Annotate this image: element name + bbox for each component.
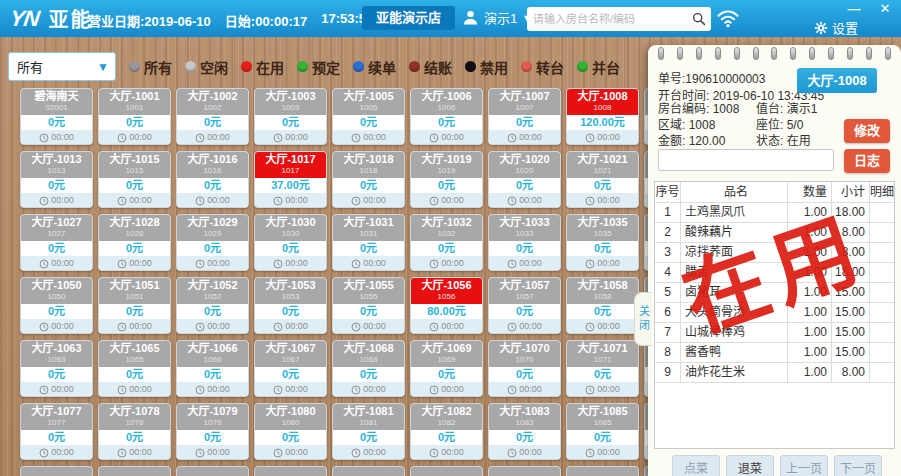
modify-button[interactable]: 修改 xyxy=(844,119,890,143)
table-card-name: 大厅-1085 xyxy=(567,405,638,418)
table-name-button[interactable]: 大厅-1008 xyxy=(797,68,877,93)
table-card-name: 大厅-1002 xyxy=(177,90,248,103)
table-card-header: 大厅-1033 1033 xyxy=(489,215,560,241)
item-detail xyxy=(870,203,894,222)
item-row[interactable]: 7 山城棒棒鸡 1.00 15.00 xyxy=(655,323,894,343)
table-card[interactable]: 大厅-1052 1052 0元 00:00 xyxy=(176,277,249,334)
item-row[interactable]: 9 油炸花生米 1.00 8.00 xyxy=(655,363,894,383)
table-card[interactable]: 大厅-1082 1082 0元 00:00 xyxy=(410,403,483,460)
table-card[interactable]: 大厅-1029 1029 0元 00:00 xyxy=(176,214,249,271)
table-card-time-value: 00:00 xyxy=(597,130,620,145)
table-card[interactable]: 大厅-1007 1007 0元 00:00 xyxy=(488,88,561,145)
store-badge[interactable]: 亚能演示店 xyxy=(362,6,455,30)
status-filter-option[interactable]: 所有 xyxy=(129,57,172,77)
table-card[interactable] xyxy=(566,466,639,476)
table-card[interactable]: 大厅-1058 1058 0元 00:00 xyxy=(566,277,639,334)
item-row[interactable]: 4 腊舌 1.00 18.00 xyxy=(655,263,894,283)
item-row[interactable]: 6 大头筒骨汤 1.00 15.00 xyxy=(655,303,894,323)
search-input[interactable] xyxy=(527,13,692,25)
settings-button[interactable]: 设置 xyxy=(814,18,858,37)
table-card[interactable] xyxy=(410,466,483,476)
table-card-time-value: 00:00 xyxy=(519,382,542,397)
table-card[interactable]: 大厅-1027 1027 0元 00:00 xyxy=(20,214,93,271)
table-card[interactable]: 大厅-1020 1020 0元 00:00 xyxy=(488,151,561,208)
table-card[interactable]: 大厅-1056 1056 80.00元 00:00 xyxy=(410,277,483,334)
table-card[interactable]: 大厅-1001 1001 0元 00:00 xyxy=(98,88,171,145)
panel-close-tab[interactable]: 关闭 xyxy=(634,292,652,346)
table-card[interactable]: 大厅-1057 1057 0元 00:00 xyxy=(488,277,561,334)
panel-footer-button[interactable]: 上一页 xyxy=(780,455,828,476)
item-row[interactable]: 3 凉拌荞面 1.00 8.00 xyxy=(655,243,894,263)
table-card[interactable]: 大厅-1006 1006 0元 00:00 xyxy=(410,88,483,145)
table-card[interactable] xyxy=(20,466,93,476)
table-card[interactable]: 大厅-1032 1032 0元 00:00 xyxy=(410,214,483,271)
table-card[interactable]: 大厅-1008 1008 120.00元 00:00 xyxy=(566,88,639,145)
panel-footer-button[interactable]: 点菜 xyxy=(672,455,720,476)
status-filter-option[interactable]: 转台 xyxy=(521,57,564,77)
table-card[interactable]: 大厅-1078 1078 0元 00:00 xyxy=(98,403,171,460)
panel-footer-button[interactable]: 下一页 xyxy=(834,455,882,476)
table-card[interactable]: 大厅-1015 1015 0元 00:00 xyxy=(98,151,171,208)
table-card[interactable]: 大厅-1080 1080 0元 00:00 xyxy=(254,403,327,460)
log-button[interactable]: 日志 xyxy=(844,149,890,173)
table-card[interactable] xyxy=(488,466,561,476)
item-row[interactable]: 2 酸辣藕片 1.00 8.00 xyxy=(655,223,894,243)
close-button[interactable]: ✕ xyxy=(876,1,894,16)
table-card[interactable]: 大厅-1053 1053 0元 00:00 xyxy=(254,277,327,334)
status-filter-option[interactable]: 续单 xyxy=(353,57,396,77)
user-menu[interactable]: 演示1 ▼ xyxy=(462,8,531,27)
table-card[interactable]: 大厅-1085 1085 0元 00:00 xyxy=(566,403,639,460)
table-card[interactable]: 大厅-1066 1066 0元 00:00 xyxy=(176,340,249,397)
table-card[interactable]: 大厅-1067 1067 0元 00:00 xyxy=(254,340,327,397)
table-card[interactable]: 大厅-1003 1003 0元 00:00 xyxy=(254,88,327,145)
table-card[interactable]: 大厅-1081 1081 0元 00:00 xyxy=(332,403,405,460)
note-input[interactable] xyxy=(658,149,834,171)
table-card[interactable]: 大厅-1079 1079 0元 00:00 xyxy=(176,403,249,460)
table-card[interactable] xyxy=(98,466,171,476)
minimize-button[interactable]: — xyxy=(845,1,863,16)
table-card[interactable]: 大厅-1065 1065 0元 00:00 xyxy=(98,340,171,397)
table-card-code: 1079 xyxy=(177,418,248,427)
table-card[interactable] xyxy=(254,466,327,476)
table-card[interactable]: 大厅-1069 1069 0元 00:00 xyxy=(410,340,483,397)
table-card[interactable]: 大厅-1055 1055 0元 00:00 xyxy=(332,277,405,334)
status-filter-option[interactable]: 空闲 xyxy=(185,57,228,77)
item-row[interactable]: 1 土鸡黑凤爪 1.00 18.00 xyxy=(655,203,894,223)
status-filter-option[interactable]: 预定 xyxy=(297,57,340,77)
table-card[interactable]: 大厅-1033 1033 0元 00:00 xyxy=(488,214,561,271)
table-card[interactable]: 大厅-1018 1018 0元 00:00 xyxy=(332,151,405,208)
table-card[interactable]: 大厅-1017 1017 37.00元 00:00 xyxy=(254,151,327,208)
table-card[interactable]: 大厅-1028 1028 0元 00:00 xyxy=(98,214,171,271)
table-card[interactable]: 大厅-1019 1019 0元 00:00 xyxy=(410,151,483,208)
table-card[interactable]: 大厅-1016 1016 0元 00:00 xyxy=(176,151,249,208)
table-card[interactable]: 大厅-1051 1051 0元 00:00 xyxy=(98,277,171,334)
table-card[interactable]: 大厅-1035 1035 0元 00:00 xyxy=(566,214,639,271)
table-card[interactable]: 大厅-1030 1030 0元 00:00 xyxy=(254,214,327,271)
item-row[interactable]: 8 酱香鸭 1.00 15.00 xyxy=(655,343,894,363)
status-filter-option[interactable]: 禁用 xyxy=(465,57,508,77)
col-subtotal: 小计 xyxy=(832,182,870,202)
table-card[interactable] xyxy=(176,466,249,476)
panel-footer-button[interactable]: 退菜 xyxy=(726,455,774,476)
table-card[interactable]: 大厅-1068 1068 0元 00:00 xyxy=(332,340,405,397)
table-card[interactable]: 大厅-1002 1002 0元 00:00 xyxy=(176,88,249,145)
status-filter-option[interactable]: 并台 xyxy=(577,57,620,77)
status-filter-option[interactable]: 在用 xyxy=(241,57,284,77)
table-card[interactable]: 大厅-1050 1050 0元 00:00 xyxy=(20,277,93,334)
table-card[interactable]: 大厅-1013 1013 0元 00:00 xyxy=(20,151,93,208)
table-card[interactable]: 大厅-1021 1021 0元 00:00 xyxy=(566,151,639,208)
table-card[interactable] xyxy=(332,466,405,476)
table-card[interactable]: 大厅-1077 1077 0元 00:00 xyxy=(20,403,93,460)
table-card[interactable]: 碧海南天 02001 0元 00:00 xyxy=(20,88,93,145)
area-dropdown[interactable]: 所有 ▼ xyxy=(8,52,116,81)
item-row[interactable]: 5 卤猪耳 1.00 15.00 xyxy=(655,283,894,303)
table-card[interactable]: 大厅-1031 1031 0元 00:00 xyxy=(332,214,405,271)
table-card[interactable]: 大厅-1083 1083 0元 00:00 xyxy=(488,403,561,460)
table-card[interactable]: 大厅-1070 1070 0元 00:00 xyxy=(488,340,561,397)
search-icon[interactable] xyxy=(692,12,706,26)
table-card[interactable]: 大厅-1005 1005 0元 00:00 xyxy=(332,88,405,145)
status-filter-option[interactable]: 结账 xyxy=(409,57,452,77)
table-card[interactable]: 大厅-1071 1071 0元 00:00 xyxy=(566,340,639,397)
clock-icon xyxy=(585,196,595,206)
table-card[interactable]: 大厅-1063 1063 0元 00:00 xyxy=(20,340,93,397)
